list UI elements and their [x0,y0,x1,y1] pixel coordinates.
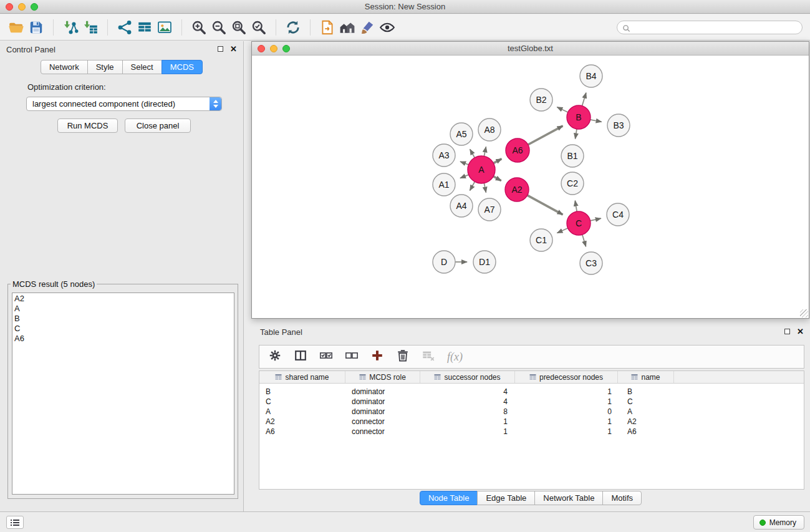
graph-node-C3[interactable]: C3 [580,252,602,274]
close-panel-icon[interactable]: ✕ [797,328,804,335]
tab-network[interactable]: Network [41,60,88,74]
network-minimize-button[interactable] [270,45,277,52]
table-row[interactable]: C dominator 4 1 C [259,397,804,407]
column-header-successor-nodes[interactable]: successor nodes [420,371,515,383]
table-row[interactable]: B dominator 4 1 B [259,387,804,397]
graph-node-B4[interactable]: B4 [580,65,602,87]
graph-edge-B-B4[interactable] [582,93,586,106]
network-file-button[interactable] [115,17,135,37]
graph-edge-A-A8[interactable] [484,147,486,156]
graph-edge-B-B2[interactable] [557,107,567,112]
tab-mcds[interactable]: MCDS [162,60,203,74]
table-settings-button[interactable] [268,349,282,365]
graph-node-A2[interactable]: A2 [505,178,529,201]
tab-motifs[interactable]: Motifs [602,491,642,505]
apply-layout-button[interactable] [283,17,303,37]
criterion-dropdown[interactable]: largest connected component (directed) [26,97,222,111]
zoom-out-button[interactable] [209,17,229,37]
graph-edge-B-B1[interactable] [576,129,577,139]
import-table-button[interactable] [80,17,100,37]
graph-node-A8[interactable]: A8 [478,118,501,141]
graph-node-D[interactable]: D [433,251,455,273]
graph-node-A1[interactable]: A1 [433,173,455,196]
graph-node-B3[interactable]: B3 [607,114,630,137]
save-session-button[interactable] [26,17,46,37]
minimize-window-button[interactable] [18,3,26,11]
graph-node-A7[interactable]: A7 [478,198,501,221]
list-item[interactable]: A [14,304,232,314]
list-item[interactable]: C [14,324,232,334]
network-zoom-button[interactable] [282,45,290,52]
network-window-titlebar[interactable]: testGlobe.txt [252,42,809,56]
zoom-in-button[interactable] [189,17,209,37]
tab-node-table[interactable]: Node Table [420,491,478,505]
graph-edge-A-A5[interactable] [470,149,475,157]
graph-edge-A6-B[interactable] [528,126,563,145]
column-header-name[interactable]: name [618,371,674,383]
graph-edge-C-C2[interactable] [575,201,577,212]
zoom-window-button[interactable] [31,3,38,11]
graph-node-A6[interactable]: A6 [506,138,529,162]
close-window-button[interactable] [6,3,13,11]
graph-edge-B-B3[interactable] [591,120,602,122]
close-panel-button[interactable]: Close panel [125,118,191,133]
add-column-button[interactable] [370,349,384,365]
import-network-button[interactable] [60,17,80,37]
graph-node-C2[interactable]: C2 [561,172,584,195]
export-image-button[interactable] [155,17,175,37]
graph-node-A5[interactable]: A5 [450,123,473,145]
column-header-mcds-role[interactable]: MCDS role [345,371,420,383]
snapshot-button[interactable] [317,17,337,37]
zoom-fit-button[interactable] [229,17,249,37]
graph-edge-C-C1[interactable] [557,228,568,233]
graph-edge-A-A4[interactable] [470,181,475,190]
search-input[interactable] [632,22,797,33]
table-file-button[interactable] [135,17,155,37]
graph-edge-A-A6[interactable] [493,159,501,163]
graph-edge-C-C4[interactable] [591,218,601,221]
graph-edge-A-A3[interactable] [460,162,468,165]
network-close-button[interactable] [258,45,265,52]
show-hide-details-button[interactable] [377,17,397,37]
select-all-button[interactable] [319,349,333,365]
show-columns-button[interactable] [294,349,307,365]
graph-node-A4[interactable]: A4 [450,195,473,217]
zoom-selected-button[interactable] [249,17,269,37]
float-panel-icon[interactable] [784,329,790,334]
open-file-button[interactable] [6,17,26,37]
float-panel-icon[interactable] [218,46,223,52]
graphics-details-button[interactable] [357,17,377,37]
mcds-result-list[interactable]: A2 A B C A6 [12,293,234,495]
list-item[interactable]: A2 [14,294,232,304]
memory-button[interactable]: Memory [753,515,804,530]
network-graph[interactable]: B4B2BB3A5A8A6B1A3AC2A1A2A4A7C4CC1C3DD1 [252,56,809,318]
graph-node-C1[interactable]: C1 [530,229,552,251]
network-overview-button[interactable] [337,17,357,37]
column-header-predecessor-nodes[interactable]: predecessor nodes [515,371,618,383]
tab-select[interactable]: Select [122,60,162,74]
graph-node-B1[interactable]: B1 [561,145,584,167]
graph-edge-C-C3[interactable] [582,235,586,246]
tab-edge-table[interactable]: Edge Table [477,491,535,505]
graph-edge-A2-C[interactable] [528,195,563,215]
tab-style[interactable]: Style [87,60,123,74]
table-row[interactable]: A2 connector 1 1 A2 [259,417,804,427]
graph-edge-A-A2[interactable] [493,177,501,181]
graph-node-A[interactable]: A [468,156,495,183]
close-panel-icon[interactable]: ✕ [230,46,237,52]
table-row[interactable]: A dominator 8 0 A [259,407,804,417]
run-mcds-button[interactable]: Run MCDS [57,118,118,133]
graph-node-C[interactable]: C [567,211,591,235]
graph-edge-A-A7[interactable] [484,183,486,193]
list-item[interactable]: A6 [14,334,232,344]
deselect-all-button[interactable] [345,349,359,365]
graph-node-C4[interactable]: C4 [607,203,629,226]
task-history-button[interactable] [6,516,24,529]
graph-edge-A-A1[interactable] [460,175,469,178]
table-row[interactable]: A6 connector 1 1 A6 [259,427,804,437]
graph-node-A3[interactable]: A3 [433,144,455,167]
network-canvas[interactable]: B4B2BB3A5A8A6B1A3AC2A1A2A4A7C4CC1C3DD1 [252,56,809,318]
tab-network-table[interactable]: Network Table [534,491,603,505]
list-item[interactable]: B [14,314,232,324]
graph-node-B2[interactable]: B2 [530,89,552,111]
